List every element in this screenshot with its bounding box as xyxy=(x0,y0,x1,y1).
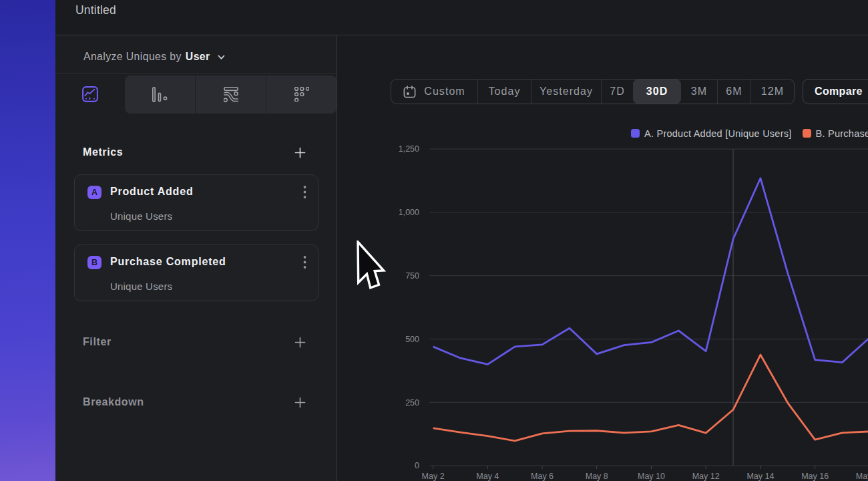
svg-text:250: 250 xyxy=(405,398,419,408)
svg-text:May 8: May 8 xyxy=(586,472,608,481)
svg-text:0: 0 xyxy=(415,461,419,470)
svg-text:May 18: May 18 xyxy=(856,472,868,481)
svg-text:May 4: May 4 xyxy=(476,472,499,481)
svg-text:May 6: May 6 xyxy=(531,472,554,481)
svg-text:May 2: May 2 xyxy=(422,472,445,481)
svg-text:May 14: May 14 xyxy=(746,472,774,481)
svg-text:May 16: May 16 xyxy=(801,472,829,481)
svg-text:750: 750 xyxy=(405,271,419,281)
svg-text:May 12: May 12 xyxy=(692,472,720,481)
svg-text:May 10: May 10 xyxy=(638,472,665,481)
svg-text:1,250: 1,250 xyxy=(399,144,419,154)
svg-text:500: 500 xyxy=(405,335,419,344)
svg-text:1,000: 1,000 xyxy=(399,208,419,217)
